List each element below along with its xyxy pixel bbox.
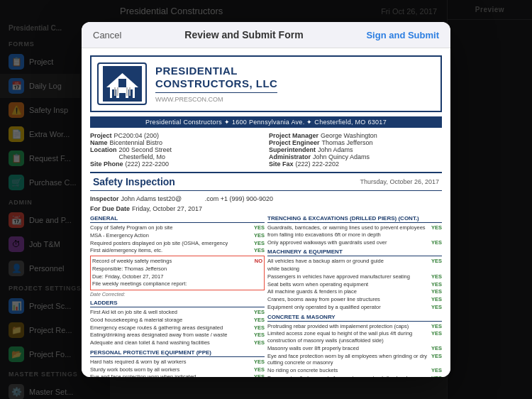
form-line: Emergency escape routes & gathering area… — [90, 324, 265, 332]
line-text: First aid/emergency items, etc. — [90, 247, 254, 254]
modal-overlay: Cancel Review and Submit Form Sign and S… — [0, 0, 532, 399]
form-line: Adequate and clean toilet & hand washing… — [90, 339, 265, 346]
admin-value: John Quincy Adams — [313, 153, 370, 160]
project-row: Project PC200:04 (200) — [90, 132, 263, 139]
line-text: Sturdy work boots worn by all workers — [90, 366, 254, 373]
form-line: while backing — [267, 266, 442, 273]
sign-submit-button[interactable]: Sign and Submit — [366, 30, 439, 40]
form-line: Hard hats required & worn by all workers… — [90, 359, 265, 366]
cancel-button[interactable]: Cancel — [93, 30, 121, 40]
line-value: YES — [431, 273, 442, 280]
fax-value: (222) 222-2202 — [296, 160, 340, 168]
form-line: Copy of Safety Program on job site YES — [90, 224, 265, 231]
line-value: YES — [431, 258, 442, 265]
line-text: Only approved walkways with guardrails u… — [267, 239, 431, 246]
svg-rect-7 — [114, 87, 116, 96]
company-website: WWW.PRESCON.COM — [155, 96, 277, 103]
review-modal: Cancel Review and Submit Form Sign and S… — [82, 22, 450, 377]
line-text: All machine guards & fenders in place — [267, 288, 431, 295]
form-line: Masonry walls over 8ft properly braced Y… — [267, 345, 442, 352]
form-line: Proper setup & placement of concrete pum… — [267, 375, 442, 377]
project-label: Project — [90, 132, 112, 139]
line-text: Emergency escape routes & gathering area… — [90, 324, 254, 332]
line-text: Copy of Safety Program on job site — [90, 224, 254, 231]
company-logo — [97, 62, 147, 105]
phone-row: Site Phone (222) 222-2200 — [90, 160, 263, 168]
ladders-section: LADDERS First Aid kit on job site & well… — [90, 300, 265, 346]
line-value: YES — [431, 239, 442, 246]
form-line: Seat belts worn when operating equipment… — [267, 281, 442, 288]
safety-inspection-title: Safety Inspection — [93, 176, 175, 187]
svg-rect-9 — [126, 87, 128, 96]
form-line: Limited access zone equal to height of t… — [267, 330, 442, 344]
form-line: Passengers in vehicles have approved man… — [267, 273, 442, 280]
form-section-title: Safety Inspection Thursday, October 26, … — [90, 172, 442, 191]
project-info-left: Project PC200:04 (200) Name Bicentennial… — [90, 132, 263, 168]
pe-value: Thomas Jefferson — [322, 139, 373, 146]
line-text: Record of weekly safety meetings — [92, 258, 255, 265]
line-value: YES — [254, 317, 265, 324]
svg-rect-3 — [118, 79, 126, 87]
line-text: Cranes, booms away from power line struc… — [267, 296, 431, 303]
line-text: Equipment only operated by a qualified o… — [267, 304, 431, 311]
company-subtitle — [155, 92, 277, 94]
machinery-section: MACHINERY & EQUIPMENT All vehicles have … — [267, 248, 442, 310]
due-line: Due: Friday, October 27, 2017 — [92, 273, 262, 280]
line-value: YES — [431, 345, 442, 352]
line-value: YES — [254, 373, 265, 377]
file-line: File weekly meetings compliance report: — [92, 280, 262, 288]
line-value: YES — [254, 366, 265, 373]
trenching-section: TRENCHING & EXCAVATIONS (DRILLED PIERS) … — [267, 215, 442, 246]
form-line: All machine guards & fenders in place YE… — [267, 288, 442, 295]
highlighted-section: Record of weekly safety meetings NO Resp… — [90, 256, 265, 290]
inspector-field: Inspector John Adams test20@ .com +1 (99… — [90, 195, 273, 202]
form-line: First Aid kit on job site & well stocked… — [90, 309, 265, 316]
form-left-col: GENERAL Copy of Safety Program on job si… — [90, 215, 265, 377]
line-text: Good housekeeping & material storage — [90, 317, 254, 324]
project-info-right: Project Manager George Washington Projec… — [269, 132, 442, 168]
due-date-field: For Due Date Friday, October 27, 2017 — [90, 205, 202, 212]
company-address-bar: Presidential Constructors ✦ 1600 Pennsyl… — [90, 116, 442, 128]
general-section: GENERAL Copy of Safety Program on job si… — [90, 215, 265, 297]
fax-row: Site Fax (222) 222-2202 — [269, 160, 442, 168]
form-line: Equipment only operated by a qualified o… — [267, 304, 442, 311]
admin-row: Administrator John Quincy Adams — [269, 153, 442, 160]
line-text: Eye and face protection worn when indica… — [90, 373, 254, 377]
line-text: Adequate and clean toilet & hand washing… — [90, 339, 254, 346]
svg-rect-8 — [117, 87, 118, 96]
line-value: YES — [254, 359, 265, 366]
form-line: Eye and face protection worn by all empl… — [267, 353, 442, 367]
date-corrected: Date Corrected: — [90, 292, 265, 297]
admin-label: Administrator — [269, 153, 311, 160]
due-date-label: For Due Date — [90, 205, 130, 212]
modal-title: Review and Submit Form — [184, 29, 303, 40]
line-value: YES — [431, 224, 442, 231]
inspector-value: John Adams test20@ .com +1 (999) 900-902… — [121, 195, 274, 202]
form-line: Guardrails, barricades, or warning lines… — [267, 224, 442, 239]
line-value: YES — [254, 339, 265, 346]
company-name: PRESIDENTIALCONSTRUCTORS, LLC — [155, 65, 277, 90]
form-line: Eating/drinking areas designated away fr… — [90, 332, 265, 339]
line-text: Eating/drinking areas designated away fr… — [90, 332, 254, 339]
ladders-title: LADDERS — [90, 300, 265, 307]
due-date-value: Friday, October 27, 2017 — [132, 205, 202, 212]
line-value: YES — [254, 247, 265, 254]
line-text: Limited access zone equal to height of t… — [267, 330, 431, 344]
line-value: YES — [431, 367, 442, 374]
trenching-title: TRENCHING & EXCAVATIONS (DRILLED PIERS) … — [267, 215, 442, 223]
due-date-row: For Due Date Friday, October 27, 2017 — [90, 205, 442, 212]
line-text: Proper setup & placement of concrete pum… — [267, 375, 431, 377]
location-row: Location 200 Second StreetChesterfield, … — [90, 146, 263, 160]
line-text: Passengers in vehicles have approved man… — [267, 273, 431, 280]
line-text: Guardrails, barricades, or warning lines… — [267, 224, 431, 239]
form-line: Record of weekly safety meetings NO — [92, 258, 262, 265]
name-value: Bicentennial Bistro — [110, 139, 163, 146]
form-line: MSA - Emergency Action YES — [90, 232, 265, 239]
form-line: First aid/emergency items, etc. YES — [90, 247, 265, 254]
pm-row: Project Manager George Washington — [269, 132, 442, 139]
machinery-title: MACHINERY & EQUIPMENT — [267, 248, 442, 256]
line-text: All vehicles have a backup alarm or grou… — [267, 258, 431, 265]
pm-value: George Washington — [321, 132, 377, 139]
super-value: John Adams — [318, 146, 353, 153]
location-label: Location — [90, 146, 117, 160]
